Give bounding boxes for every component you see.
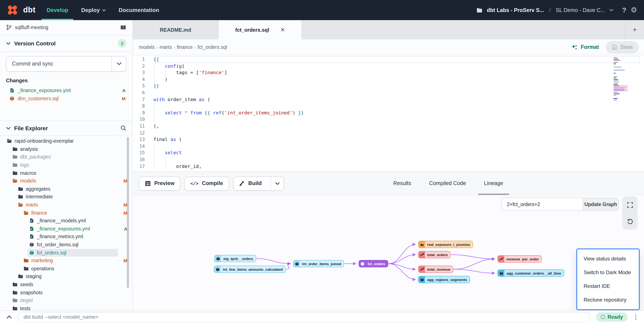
file-explorer-header[interactable]: File Explorer xyxy=(0,120,132,136)
update-graph-button[interactable]: Update Graph xyxy=(583,198,619,211)
lineage-node-fct_orders[interactable]: fct_orders xyxy=(359,260,388,267)
tree-item-intermediate[interactable]: intermediate xyxy=(0,193,132,201)
version-control-header[interactable]: Version Control 2 xyxy=(0,35,132,52)
save-button[interactable]: Save xyxy=(606,41,639,53)
build-button[interactable]: Build xyxy=(233,176,284,190)
editor-tab-fct_orders.sql[interactable]: fct_orders.sql✕ xyxy=(218,20,302,40)
lineage-node-int_order_items_joined[interactable]: int_order_items_joined xyxy=(293,260,344,267)
tree-item-macros[interactable]: macros xyxy=(0,169,132,177)
chevron-up-icon[interactable] xyxy=(0,315,18,319)
preview-button[interactable]: Preview xyxy=(139,176,180,190)
tree-item-snapshots[interactable]: snapshots xyxy=(0,288,132,296)
tree-item-seeds[interactable]: seeds xyxy=(0,280,132,288)
folder-open-icon xyxy=(12,178,18,184)
fullscreen-icon[interactable] xyxy=(626,201,634,209)
tree-item-models[interactable]: modelsM xyxy=(0,177,132,185)
tree-item-fct_orders.sql[interactable]: fct_orders.sql xyxy=(0,249,132,256)
breadcrumb-item[interactable]: models xyxy=(139,44,155,50)
new-tab-button[interactable]: + xyxy=(625,20,644,40)
tree-item-operations[interactable]: operations xyxy=(0,264,132,272)
lineage-canvas[interactable]: 2+fct_orders+2 Update Graph xyxy=(133,195,644,310)
chart-icon xyxy=(498,256,504,262)
tree-item-tests[interactable]: tests xyxy=(0,304,132,310)
tree-item-marts[interactable]: martsM xyxy=(0,201,132,209)
tree-item-rapid-onboarding-exemplar[interactable]: rapid-onboarding-exemplar xyxy=(0,137,132,145)
lineage-node-real_exposure_i_promise[interactable]: real_exposure_i_promise xyxy=(418,241,473,248)
panel-tab-lineage[interactable]: Lineage xyxy=(484,172,503,195)
change-row[interactable]: _finance_exposures.ymlA xyxy=(6,86,126,94)
folder-icon xyxy=(18,186,23,192)
breadcrumb-item[interactable]: marts xyxy=(160,44,172,50)
commit-options-chevron[interactable] xyxy=(112,56,126,71)
tree-item-staging[interactable]: staging xyxy=(0,272,132,280)
lineage-node-revenue_per_order[interactable]: revenue_per_order xyxy=(498,255,542,262)
folder-icon xyxy=(12,154,18,160)
close-icon[interactable]: ✕ xyxy=(280,26,285,33)
menu-item-restart-ide[interactable]: Restart IDE xyxy=(577,279,639,293)
panel-tab-results[interactable]: Results xyxy=(393,172,411,195)
project-name[interactable]: SL Demo - Dave C... xyxy=(556,7,605,13)
commit-and-sync-button[interactable]: Commit and sync xyxy=(6,56,126,72)
account-separator: / xyxy=(549,7,550,13)
change-row[interactable]: dim_customers.sqlM xyxy=(6,94,126,102)
folder-icon xyxy=(12,298,18,303)
tree-status-badge: M xyxy=(124,210,128,215)
tree-item-_finance__models.yml[interactable]: _finance__models.yml xyxy=(0,217,132,225)
dbt-logo-icon[interactable] xyxy=(6,4,19,16)
breadcrumb-item[interactable]: fct_orders.sql xyxy=(198,44,227,50)
account-name[interactable]: dbt Labs - ProServ S... xyxy=(487,7,544,13)
nav-link-deploy[interactable]: Deploy xyxy=(81,0,106,20)
lineage-node-stg_tpch__orders[interactable]: stg_tpch__orders xyxy=(214,255,256,262)
menu-item-view-status-details[interactable]: View status details xyxy=(577,252,639,266)
git-branch-icon xyxy=(6,24,12,30)
tree-item-_finance_exposures.yml[interactable]: _finance_exposures.ymlA xyxy=(0,225,132,232)
tree-item-finance[interactable]: financeM xyxy=(0,209,132,217)
tree-item-marketing[interactable]: marketingM xyxy=(0,256,132,264)
node-label: stg_tpch__orders xyxy=(221,255,256,262)
nav-link-documentation[interactable]: Documentation xyxy=(119,0,159,20)
tree-item-dbt_packages[interactable]: dbt_packages xyxy=(0,153,132,161)
change-file-name: _finance_exposures.yml xyxy=(18,88,119,93)
tree-item-target[interactable]: target xyxy=(0,296,132,304)
tree-item-logs[interactable]: logs xyxy=(0,161,132,169)
docs-book-icon[interactable] xyxy=(120,25,126,30)
menu-item-reclone-repository[interactable]: Reclone repository xyxy=(577,293,639,307)
lineage-node-int_line_items_amounts_calculated[interactable]: int_line_items_amounts_calculated xyxy=(214,266,286,273)
lineage-node-total_revenue[interactable]: total_revenue xyxy=(418,266,453,273)
nav-link-develop[interactable]: Develop xyxy=(47,0,68,20)
gear-icon[interactable]: ⚙ xyxy=(631,6,637,14)
folder-icon xyxy=(24,258,29,263)
breadcrumb-item[interactable]: finance xyxy=(177,44,192,50)
code-editor[interactable]: 1{{2 config(3 tags = ['finance']4 )5}}67… xyxy=(133,55,644,171)
editor-tab-README.md[interactable]: README.md xyxy=(133,20,218,40)
panel-tab-compiled-code[interactable]: Compiled Code xyxy=(429,172,466,195)
hammer-icon xyxy=(239,180,245,186)
format-button[interactable]: Format xyxy=(571,44,599,50)
lineage-node-total_orders[interactable]: total_orders xyxy=(418,251,451,258)
bottom-panel-header: Preview </> Compile Build xyxy=(133,171,644,195)
reset-view-icon[interactable] xyxy=(626,217,634,226)
menu-item-switch-to-dark-mode[interactable]: Switch to Dark Mode xyxy=(577,266,639,279)
help-icon[interactable]: ? xyxy=(622,6,626,14)
lineage-node-agg_customer_orders__all_time[interactable]: agg_customer_orders__all_time xyxy=(498,270,564,277)
tree-item-aggregates[interactable]: aggregates xyxy=(0,185,132,193)
breadcrumb-row: models›marts›finance›fct_orders.sql Form… xyxy=(133,40,644,55)
branch-row[interactable]: sqlfluff-meeting xyxy=(0,20,132,35)
tree-item-analysis[interactable]: analysis xyxy=(0,145,132,153)
kebab-menu-icon[interactable]: ⋮ xyxy=(633,314,639,320)
build-options-chevron[interactable] xyxy=(271,177,284,190)
tree-item-_finance_metrics.yml[interactable]: _finance_metrics.yml xyxy=(0,232,132,240)
code-line-3: 3 tags = ['finance'] xyxy=(133,70,644,76)
code-line-15: 15 select xyxy=(133,150,644,156)
tree-status-badge: M xyxy=(124,178,128,184)
tree-item-fct_order_items.sql[interactable]: fct_order_items.sql xyxy=(0,240,132,248)
search-icon[interactable] xyxy=(120,125,126,131)
project-chevron-down-icon[interactable] xyxy=(609,8,614,12)
command-input[interactable]: dbt build --select <model_name> xyxy=(18,312,590,322)
compile-button[interactable]: </> Compile xyxy=(184,176,229,190)
tree-status-badge: A xyxy=(124,226,127,231)
lineage-node-agg_regions_segments[interactable]: agg_regions_segments xyxy=(418,276,470,283)
lineage-selector-input[interactable]: 2+fct_orders+2 xyxy=(501,198,583,211)
status-badge[interactable]: Ready xyxy=(596,312,628,322)
line-number: 10 xyxy=(133,116,150,123)
